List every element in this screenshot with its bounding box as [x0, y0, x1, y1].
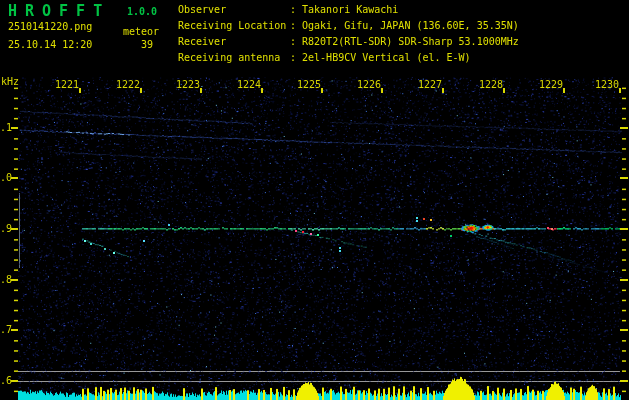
- info-label: Observer: [178, 2, 290, 18]
- file-name: 2510141220.png: [8, 21, 92, 32]
- info-row: Receiving antenna: 2el-HB9CV Vertical (e…: [178, 50, 519, 66]
- info-row: Receiving Location: Ogaki, Gifu, JAPAN (…: [178, 18, 519, 34]
- freq-label: 1.1: [0, 122, 12, 133]
- info-value: : 2el-HB9CV Vertical (el. E-W): [290, 52, 471, 63]
- app-version: 1.0.0: [127, 6, 157, 17]
- hrofft-window: HROFFT 1.0.0 2510141220.png meteor 25.10…: [0, 0, 629, 400]
- app-title: HROFFT: [8, 2, 110, 20]
- freq-label: 0.8: [0, 274, 12, 285]
- info-value: : R820T2(RTL-SDR) SDR-Sharp 53.1000MHz: [290, 36, 519, 47]
- time-label: 1226: [351, 79, 381, 90]
- info-row: Observer: Takanori Kawachi: [178, 2, 519, 18]
- info-label: Receiving Location: [178, 18, 290, 34]
- time-label: 1223: [170, 79, 200, 90]
- time-label: 1230: [589, 79, 619, 90]
- freq-unit-label: kHz: [1, 76, 19, 87]
- meteor-count: 39: [141, 39, 153, 50]
- time-label: 1225: [291, 79, 321, 90]
- datetime: 25.10.14 12:20: [8, 39, 92, 50]
- freq-label: 0.9: [0, 223, 12, 234]
- time-label: 1229: [533, 79, 563, 90]
- observer-info: Observer: Takanori KawachiReceiving Loca…: [178, 2, 519, 66]
- time-label: 1227: [412, 79, 442, 90]
- time-label: 1222: [110, 79, 140, 90]
- time-label: 1224: [231, 79, 261, 90]
- info-label: Receiver: [178, 34, 290, 50]
- info-value: : Ogaki, Gifu, JAPAN (136.60E, 35.35N): [290, 20, 519, 31]
- time-label: 1221: [49, 79, 79, 90]
- time-label: 1228: [473, 79, 503, 90]
- freq-label: 1.0: [0, 172, 12, 183]
- info-label: Receiving antenna: [178, 50, 290, 66]
- freq-label: 0.6: [0, 375, 12, 386]
- info-value: : Takanori Kawachi: [290, 4, 398, 15]
- mode-label: meteor: [123, 26, 159, 37]
- freq-label: 0.7: [0, 324, 12, 335]
- info-row: Receiver: R820T2(RTL-SDR) SDR-Sharp 53.1…: [178, 34, 519, 50]
